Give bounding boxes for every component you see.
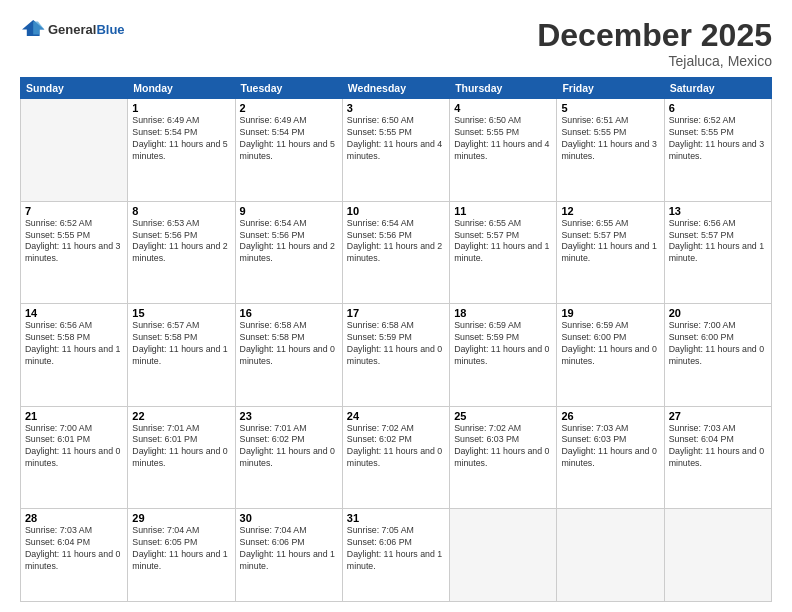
calendar-cell: 4Sunrise: 6:50 AMSunset: 5:55 PMDaylight… — [450, 99, 557, 201]
calendar: SundayMondayTuesdayWednesdayThursdayFrid… — [20, 77, 772, 602]
calendar-cell: 13Sunrise: 6:56 AMSunset: 5:57 PMDayligh… — [664, 201, 771, 303]
day-info: Sunrise: 7:02 AMSunset: 6:02 PMDaylight:… — [347, 423, 445, 471]
day-number: 9 — [240, 205, 338, 217]
logo-general: General — [48, 22, 96, 37]
logo-text: GeneralBlue — [48, 22, 125, 38]
day-info: Sunrise: 7:03 AMSunset: 6:03 PMDaylight:… — [561, 423, 659, 471]
calendar-cell: 12Sunrise: 6:55 AMSunset: 5:57 PMDayligh… — [557, 201, 664, 303]
day-number: 23 — [240, 410, 338, 422]
day-number: 19 — [561, 307, 659, 319]
day-info: Sunrise: 7:00 AMSunset: 6:00 PMDaylight:… — [669, 320, 767, 368]
day-header-monday: Monday — [128, 78, 235, 99]
day-info: Sunrise: 6:50 AMSunset: 5:55 PMDaylight:… — [347, 115, 445, 163]
week-row-1: 1Sunrise: 6:49 AMSunset: 5:54 PMDaylight… — [21, 99, 772, 201]
day-number: 30 — [240, 512, 338, 524]
calendar-cell: 10Sunrise: 6:54 AMSunset: 5:56 PMDayligh… — [342, 201, 449, 303]
logo: GeneralBlue — [20, 18, 125, 42]
day-info: Sunrise: 6:53 AMSunset: 5:56 PMDaylight:… — [132, 218, 230, 266]
day-number: 21 — [25, 410, 123, 422]
day-header-sunday: Sunday — [21, 78, 128, 99]
day-number: 28 — [25, 512, 123, 524]
calendar-cell: 25Sunrise: 7:02 AMSunset: 6:03 PMDayligh… — [450, 406, 557, 508]
calendar-cell: 9Sunrise: 6:54 AMSunset: 5:56 PMDaylight… — [235, 201, 342, 303]
day-info: Sunrise: 6:54 AMSunset: 5:56 PMDaylight:… — [240, 218, 338, 266]
calendar-cell: 16Sunrise: 6:58 AMSunset: 5:58 PMDayligh… — [235, 304, 342, 406]
calendar-cell: 15Sunrise: 6:57 AMSunset: 5:58 PMDayligh… — [128, 304, 235, 406]
day-number: 20 — [669, 307, 767, 319]
day-info: Sunrise: 7:04 AMSunset: 6:05 PMDaylight:… — [132, 525, 230, 573]
logo-blue: Blue — [96, 22, 124, 37]
day-info: Sunrise: 6:49 AMSunset: 5:54 PMDaylight:… — [240, 115, 338, 163]
day-number: 1 — [132, 102, 230, 114]
title-block: December 2025 Tejaluca, Mexico — [537, 18, 772, 69]
day-number: 29 — [132, 512, 230, 524]
calendar-cell — [664, 509, 771, 602]
day-info: Sunrise: 7:00 AMSunset: 6:01 PMDaylight:… — [25, 423, 123, 471]
calendar-cell: 5Sunrise: 6:51 AMSunset: 5:55 PMDaylight… — [557, 99, 664, 201]
calendar-cell: 23Sunrise: 7:01 AMSunset: 6:02 PMDayligh… — [235, 406, 342, 508]
day-header-saturday: Saturday — [664, 78, 771, 99]
day-info: Sunrise: 6:58 AMSunset: 5:58 PMDaylight:… — [240, 320, 338, 368]
calendar-cell: 7Sunrise: 6:52 AMSunset: 5:55 PMDaylight… — [21, 201, 128, 303]
day-info: Sunrise: 6:54 AMSunset: 5:56 PMDaylight:… — [347, 218, 445, 266]
day-number: 16 — [240, 307, 338, 319]
day-number: 12 — [561, 205, 659, 217]
day-number: 26 — [561, 410, 659, 422]
location: Tejaluca, Mexico — [537, 53, 772, 69]
day-info: Sunrise: 7:03 AMSunset: 6:04 PMDaylight:… — [25, 525, 123, 573]
day-header-friday: Friday — [557, 78, 664, 99]
calendar-cell — [21, 99, 128, 201]
day-number: 17 — [347, 307, 445, 319]
day-number: 18 — [454, 307, 552, 319]
day-info: Sunrise: 6:59 AMSunset: 6:00 PMDaylight:… — [561, 320, 659, 368]
day-info: Sunrise: 6:57 AMSunset: 5:58 PMDaylight:… — [132, 320, 230, 368]
day-header-wednesday: Wednesday — [342, 78, 449, 99]
day-number: 25 — [454, 410, 552, 422]
calendar-cell: 18Sunrise: 6:59 AMSunset: 5:59 PMDayligh… — [450, 304, 557, 406]
day-info: Sunrise: 7:03 AMSunset: 6:04 PMDaylight:… — [669, 423, 767, 471]
day-info: Sunrise: 6:49 AMSunset: 5:54 PMDaylight:… — [132, 115, 230, 163]
calendar-cell: 26Sunrise: 7:03 AMSunset: 6:03 PMDayligh… — [557, 406, 664, 508]
calendar-cell: 20Sunrise: 7:00 AMSunset: 6:00 PMDayligh… — [664, 304, 771, 406]
day-number: 15 — [132, 307, 230, 319]
calendar-cell: 28Sunrise: 7:03 AMSunset: 6:04 PMDayligh… — [21, 509, 128, 602]
day-info: Sunrise: 7:01 AMSunset: 6:01 PMDaylight:… — [132, 423, 230, 471]
calendar-cell: 24Sunrise: 7:02 AMSunset: 6:02 PMDayligh… — [342, 406, 449, 508]
svg-marker-1 — [33, 22, 44, 35]
day-info: Sunrise: 7:01 AMSunset: 6:02 PMDaylight:… — [240, 423, 338, 471]
day-number: 31 — [347, 512, 445, 524]
calendar-cell: 19Sunrise: 6:59 AMSunset: 6:00 PMDayligh… — [557, 304, 664, 406]
calendar-cell: 17Sunrise: 6:58 AMSunset: 5:59 PMDayligh… — [342, 304, 449, 406]
calendar-cell: 11Sunrise: 6:55 AMSunset: 5:57 PMDayligh… — [450, 201, 557, 303]
week-row-5: 28Sunrise: 7:03 AMSunset: 6:04 PMDayligh… — [21, 509, 772, 602]
day-info: Sunrise: 7:02 AMSunset: 6:03 PMDaylight:… — [454, 423, 552, 471]
calendar-cell — [450, 509, 557, 602]
calendar-cell: 8Sunrise: 6:53 AMSunset: 5:56 PMDaylight… — [128, 201, 235, 303]
day-header-tuesday: Tuesday — [235, 78, 342, 99]
calendar-cell: 3Sunrise: 6:50 AMSunset: 5:55 PMDaylight… — [342, 99, 449, 201]
day-number: 11 — [454, 205, 552, 217]
day-number: 24 — [347, 410, 445, 422]
day-number: 2 — [240, 102, 338, 114]
day-info: Sunrise: 6:58 AMSunset: 5:59 PMDaylight:… — [347, 320, 445, 368]
calendar-cell: 6Sunrise: 6:52 AMSunset: 5:55 PMDaylight… — [664, 99, 771, 201]
day-number: 6 — [669, 102, 767, 114]
day-info: Sunrise: 6:55 AMSunset: 5:57 PMDaylight:… — [561, 218, 659, 266]
day-number: 10 — [347, 205, 445, 217]
day-info: Sunrise: 6:59 AMSunset: 5:59 PMDaylight:… — [454, 320, 552, 368]
day-info: Sunrise: 6:52 AMSunset: 5:55 PMDaylight:… — [25, 218, 123, 266]
calendar-cell: 21Sunrise: 7:00 AMSunset: 6:01 PMDayligh… — [21, 406, 128, 508]
day-number: 8 — [132, 205, 230, 217]
day-number: 3 — [347, 102, 445, 114]
calendar-header-row: SundayMondayTuesdayWednesdayThursdayFrid… — [21, 78, 772, 99]
calendar-cell: 29Sunrise: 7:04 AMSunset: 6:05 PMDayligh… — [128, 509, 235, 602]
calendar-cell: 27Sunrise: 7:03 AMSunset: 6:04 PMDayligh… — [664, 406, 771, 508]
day-info: Sunrise: 6:52 AMSunset: 5:55 PMDaylight:… — [669, 115, 767, 163]
day-number: 7 — [25, 205, 123, 217]
calendar-cell: 1Sunrise: 6:49 AMSunset: 5:54 PMDaylight… — [128, 99, 235, 201]
day-info: Sunrise: 6:51 AMSunset: 5:55 PMDaylight:… — [561, 115, 659, 163]
logo-icon — [22, 18, 46, 38]
day-number: 27 — [669, 410, 767, 422]
day-number: 14 — [25, 307, 123, 319]
calendar-cell: 30Sunrise: 7:04 AMSunset: 6:06 PMDayligh… — [235, 509, 342, 602]
